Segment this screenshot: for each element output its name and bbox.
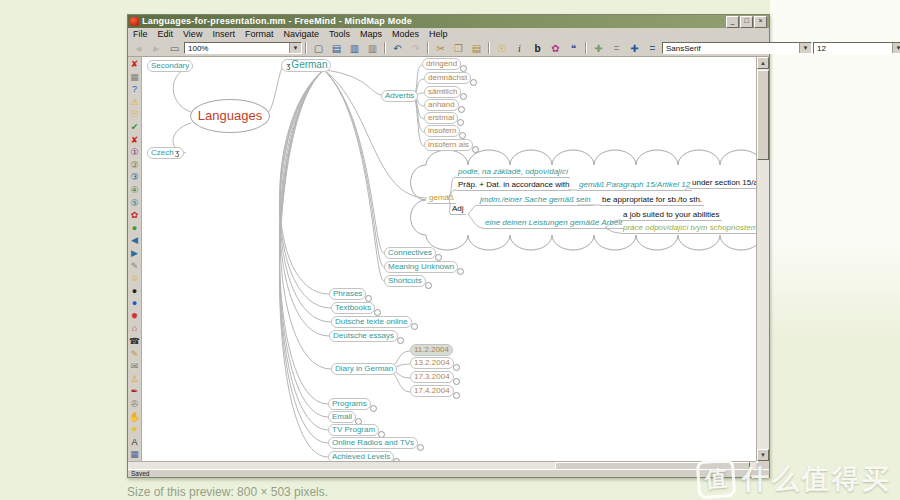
home-icon[interactable]: ⌂ <box>129 322 140 335</box>
title-bar[interactable]: Languages-for-presentation.mm - FreeMind… <box>128 15 769 28</box>
mail-icon[interactable]: ✉ <box>129 360 140 373</box>
node-jmdm[interactable]: jmdm./einer Sache gemäß sein <box>478 195 593 206</box>
smiley-icon[interactable]: ☺ <box>129 272 140 285</box>
menu-insert[interactable]: Insert <box>207 28 240 40</box>
link-icon[interactable]: = <box>644 40 661 56</box>
node-secondary[interactable]: Secondary <box>147 60 193 72</box>
fold-handle[interactable] <box>411 323 418 330</box>
size-combobox[interactable]: 12▼ <box>813 42 900 54</box>
pencil-icon[interactable]: ✎ <box>129 260 140 273</box>
node-d3[interactable]: 17.3.2004 <box>410 371 454 383</box>
menu-file[interactable]: File <box>128 28 153 40</box>
node-adv1[interactable]: dringend <box>422 58 461 70</box>
node-adv2[interactable]: demnächst <box>424 72 471 84</box>
scroll-up-arrow[interactable]: ▲ <box>757 57 769 69</box>
add-sibling-icon[interactable]: ✚ <box>590 40 607 56</box>
chevron-down-icon[interactable]: ▼ <box>799 43 811 53</box>
zoom-combobox[interactable]: 100%▼ <box>184 42 302 54</box>
node-dutsche[interactable]: Dutsche texte online <box>331 316 412 328</box>
pencil2-icon[interactable]: ✎ <box>129 348 140 361</box>
star-icon[interactable]: ★ <box>129 423 140 436</box>
node-prap[interactable]: Präp. + Dat. in accordance with <box>456 180 571 191</box>
font-combobox[interactable]: SansSerif▼ <box>662 42 812 54</box>
node-adv6[interactable]: insofern <box>424 125 460 137</box>
hand-icon[interactable]: ✋ <box>129 411 140 424</box>
forward-arrow-icon[interactable]: ▶ <box>129 247 140 260</box>
node-diary[interactable]: Diary in German <box>331 363 397 375</box>
idea-icon[interactable]: ☉ <box>129 108 140 121</box>
open-map-icon[interactable]: ▤ <box>328 40 345 56</box>
idea-icon[interactable]: ☉ <box>493 40 510 56</box>
minimize-button[interactable]: _ <box>726 16 739 28</box>
node-usec[interactable]: under section 15/article 12 <box>690 178 758 189</box>
chevron-down-icon[interactable]: ▼ <box>892 43 900 53</box>
menu-help[interactable]: Help <box>424 28 453 40</box>
new-map-icon[interactable]: ▢ <box>310 40 327 56</box>
fold-handle[interactable] <box>472 146 479 153</box>
cut-icon[interactable]: ✂ <box>432 40 449 56</box>
node-adj[interactable]: Adj <box>450 204 466 215</box>
node-connectives[interactable]: Connectives <box>384 247 436 259</box>
pen-icon[interactable]: ✒ <box>129 385 140 398</box>
fold-handle[interactable] <box>397 337 404 344</box>
save-map-icon[interactable]: ▥ <box>346 40 363 56</box>
mindmap-canvas[interactable]: SecondaryCzechʒLanguagesʒGermanAdverbsdr… <box>142 57 758 463</box>
paste-icon[interactable]: ▤ <box>468 40 485 56</box>
vertical-scrollbar[interactable]: ▲ ▼ <box>756 57 769 461</box>
node-programs[interactable]: Programs <box>328 398 371 410</box>
node-radios[interactable]: Online Radios and TVs <box>328 437 418 449</box>
save-as-icon[interactable]: ▥ <box>364 40 381 56</box>
node-shortcuts[interactable]: Shortcuts <box>384 275 426 287</box>
node-root[interactable]: Languages <box>190 99 270 133</box>
key-icon[interactable]: ✇ <box>129 398 140 411</box>
copy-icon[interactable]: ❐ <box>450 40 467 56</box>
grid-icon[interactable]: ▦ <box>129 448 140 461</box>
maximize-button[interactable]: □ <box>740 16 753 28</box>
menu-navigate[interactable]: Navigate <box>278 28 324 40</box>
node-adv3[interactable]: sämtlich <box>424 86 461 98</box>
node-adv7[interactable]: insofern als <box>424 139 473 151</box>
fold-handle[interactable] <box>453 364 460 371</box>
fold-handle[interactable] <box>435 254 442 261</box>
priority-1-icon[interactable]: ① <box>129 146 140 159</box>
add-child-icon[interactable]: ✚ <box>626 40 643 56</box>
menu-tools[interactable]: Tools <box>324 28 355 40</box>
node-beapp[interactable]: be appropriate for sb./to sth. <box>600 195 704 206</box>
priority-3-icon[interactable]: ③ <box>129 171 140 184</box>
fold-handle[interactable] <box>453 378 460 385</box>
node-email[interactable]: Email <box>328 411 356 423</box>
zoom-fit-icon[interactable]: ▭ <box>166 40 183 56</box>
ball-green-icon[interactable]: ● <box>129 222 140 235</box>
node-textbooks[interactable]: Textbooks <box>331 302 375 314</box>
chevron-down-icon[interactable]: ▼ <box>289 43 301 53</box>
node-adv4[interactable]: anhand <box>424 99 459 111</box>
menu-view[interactable]: View <box>178 28 207 40</box>
menu-format[interactable]: Format <box>240 28 279 40</box>
bubble-icon[interactable]: ❝ <box>565 40 582 56</box>
clanbomber-icon[interactable]: ✹ <box>129 310 140 323</box>
bold-icon[interactable]: b <box>529 40 546 56</box>
priority-4-icon[interactable]: ④ <box>129 184 140 197</box>
redo-icon[interactable]: ↷ <box>407 40 424 56</box>
phone-icon[interactable]: ☎ <box>129 335 140 348</box>
node-prace[interactable]: práce odpovídající tvým schopnostem <box>621 223 758 234</box>
remove-icon[interactable]: ✘ <box>129 58 140 71</box>
node-essays[interactable]: Deutsche essays <box>329 330 398 342</box>
menu-edit[interactable]: Edit <box>153 28 179 40</box>
ball-blue-icon[interactable]: ● <box>129 297 140 310</box>
node-ajob[interactable]: a job suited to your abilities <box>621 210 722 221</box>
join-icon[interactable]: = <box>608 40 625 56</box>
node-tv[interactable]: TV Program <box>328 424 379 436</box>
fold-handle[interactable] <box>453 392 460 399</box>
node-eine[interactable]: eine deinen Leistungen gemäße Arbeit <box>483 218 624 229</box>
ball-black-icon[interactable]: ● <box>129 285 140 298</box>
node-adv5[interactable]: erstmal <box>424 112 458 124</box>
node-gemass[interactable]: gemäß <box>427 193 456 204</box>
node-czech[interactable]: Czechʒ <box>147 147 184 159</box>
color-icon[interactable]: ✿ <box>547 40 564 56</box>
node-german[interactable]: ʒGerman <box>281 59 331 72</box>
priority-5-icon[interactable]: ⑤ <box>129 197 140 210</box>
vertical-scroll-thumb[interactable] <box>757 70 769 160</box>
trash-icon[interactable]: ▦ <box>129 71 140 84</box>
node-gpar[interactable]: gemäß Paragraph 15/Artikel 12 <box>577 180 692 191</box>
